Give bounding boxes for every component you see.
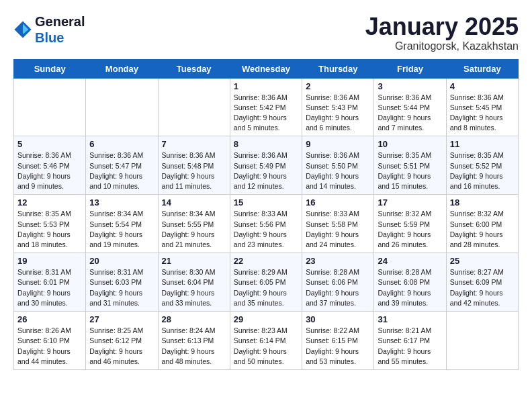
day-number: 7 bbox=[162, 139, 226, 149]
calendar-week-5: 26Sunrise: 8:26 AM Sunset: 6:10 PM Dayli… bbox=[14, 312, 519, 370]
calendar-week-2: 5Sunrise: 8:36 AM Sunset: 5:46 PM Daylig… bbox=[14, 136, 519, 195]
calendar-cell bbox=[446, 312, 518, 370]
calendar-cell: 19Sunrise: 8:31 AM Sunset: 6:01 PM Dayli… bbox=[14, 253, 86, 312]
day-detail: Sunrise: 8:35 AM Sunset: 5:53 PM Dayligh… bbox=[17, 209, 82, 250]
weekday-header-wednesday: Wednesday bbox=[230, 59, 302, 78]
logo-text: General Blue bbox=[35, 13, 85, 46]
day-detail: Sunrise: 8:22 AM Sunset: 6:15 PM Dayligh… bbox=[306, 326, 370, 367]
day-number: 16 bbox=[306, 197, 370, 208]
calendar-cell: 26Sunrise: 8:26 AM Sunset: 6:10 PM Dayli… bbox=[14, 312, 86, 370]
calendar-cell: 3Sunrise: 8:36 AM Sunset: 5:44 PM Daylig… bbox=[374, 78, 446, 136]
calendar-cell bbox=[14, 78, 86, 136]
calendar-cell: 20Sunrise: 8:31 AM Sunset: 6:03 PM Dayli… bbox=[86, 253, 158, 312]
day-number: 21 bbox=[162, 256, 226, 266]
day-detail: Sunrise: 8:33 AM Sunset: 5:56 PM Dayligh… bbox=[234, 209, 298, 250]
logo-blue: Blue bbox=[35, 30, 64, 45]
calendar-cell: 1Sunrise: 8:36 AM Sunset: 5:42 PM Daylig… bbox=[230, 78, 302, 136]
logo-general: General bbox=[35, 14, 85, 29]
month-title: January 2025 bbox=[365, 13, 519, 40]
calendar-cell: 28Sunrise: 8:24 AM Sunset: 6:13 PM Dayli… bbox=[158, 312, 230, 370]
weekday-header-row: SundayMondayTuesdayWednesdayThursdayFrid… bbox=[14, 59, 519, 78]
calendar-week-1: 1Sunrise: 8:36 AM Sunset: 5:42 PM Daylig… bbox=[14, 78, 519, 136]
weekday-header-tuesday: Tuesday bbox=[158, 59, 230, 78]
day-number: 29 bbox=[234, 314, 298, 324]
day-detail: Sunrise: 8:36 AM Sunset: 5:44 PM Dayligh… bbox=[378, 93, 442, 134]
logo: General Blue bbox=[13, 13, 85, 46]
calendar-cell: 29Sunrise: 8:23 AM Sunset: 6:14 PM Dayli… bbox=[230, 312, 302, 370]
day-number: 3 bbox=[378, 81, 442, 91]
calendar-cell: 14Sunrise: 8:34 AM Sunset: 5:55 PM Dayli… bbox=[158, 195, 230, 253]
calendar-cell: 21Sunrise: 8:30 AM Sunset: 6:04 PM Dayli… bbox=[158, 253, 230, 312]
title-block: January 2025 Granitogorsk, Kazakhstan bbox=[365, 13, 519, 52]
calendar-cell: 10Sunrise: 8:35 AM Sunset: 5:51 PM Dayli… bbox=[374, 136, 446, 195]
day-number: 9 bbox=[306, 139, 370, 149]
calendar-cell: 16Sunrise: 8:33 AM Sunset: 5:58 PM Dayli… bbox=[302, 195, 374, 253]
day-number: 10 bbox=[378, 139, 442, 149]
day-detail: Sunrise: 8:35 AM Sunset: 5:51 PM Dayligh… bbox=[378, 150, 442, 191]
calendar-cell: 12Sunrise: 8:35 AM Sunset: 5:53 PM Dayli… bbox=[14, 195, 86, 253]
page-header: General Blue January 2025 Granitogorsk, … bbox=[13, 13, 519, 52]
calendar-cell: 25Sunrise: 8:27 AM Sunset: 6:09 PM Dayli… bbox=[446, 253, 518, 312]
day-detail: Sunrise: 8:32 AM Sunset: 6:00 PM Dayligh… bbox=[450, 209, 515, 250]
calendar-cell bbox=[158, 78, 230, 136]
day-number: 6 bbox=[89, 139, 154, 149]
day-number: 25 bbox=[450, 256, 515, 266]
day-number: 31 bbox=[378, 314, 442, 324]
calendar-week-4: 19Sunrise: 8:31 AM Sunset: 6:01 PM Dayli… bbox=[14, 253, 519, 312]
day-number: 14 bbox=[162, 197, 226, 208]
day-detail: Sunrise: 8:32 AM Sunset: 5:59 PM Dayligh… bbox=[378, 209, 442, 250]
calendar-cell: 30Sunrise: 8:22 AM Sunset: 6:15 PM Dayli… bbox=[302, 312, 374, 370]
day-number: 4 bbox=[450, 81, 515, 91]
day-detail: Sunrise: 8:21 AM Sunset: 6:17 PM Dayligh… bbox=[378, 326, 442, 367]
calendar-cell: 27Sunrise: 8:25 AM Sunset: 6:12 PM Dayli… bbox=[86, 312, 158, 370]
day-detail: Sunrise: 8:36 AM Sunset: 5:49 PM Dayligh… bbox=[234, 150, 298, 191]
calendar-cell bbox=[86, 78, 158, 136]
location: Granitogorsk, Kazakhstan bbox=[365, 40, 519, 52]
day-number: 20 bbox=[89, 256, 154, 266]
day-detail: Sunrise: 8:36 AM Sunset: 5:42 PM Dayligh… bbox=[234, 93, 298, 134]
day-detail: Sunrise: 8:25 AM Sunset: 6:12 PM Dayligh… bbox=[89, 326, 154, 367]
weekday-header-sunday: Sunday bbox=[14, 59, 86, 78]
day-number: 22 bbox=[234, 256, 298, 266]
day-number: 23 bbox=[306, 256, 370, 266]
day-detail: Sunrise: 8:33 AM Sunset: 5:58 PM Dayligh… bbox=[306, 209, 370, 250]
weekday-header-thursday: Thursday bbox=[302, 59, 374, 78]
day-number: 13 bbox=[89, 197, 154, 208]
calendar-cell: 31Sunrise: 8:21 AM Sunset: 6:17 PM Dayli… bbox=[374, 312, 446, 370]
day-detail: Sunrise: 8:26 AM Sunset: 6:10 PM Dayligh… bbox=[17, 326, 82, 367]
day-detail: Sunrise: 8:34 AM Sunset: 5:54 PM Dayligh… bbox=[89, 209, 154, 250]
day-number: 5 bbox=[17, 139, 82, 149]
day-number: 24 bbox=[378, 256, 442, 266]
day-number: 12 bbox=[17, 197, 82, 208]
calendar-cell: 23Sunrise: 8:28 AM Sunset: 6:06 PM Dayli… bbox=[302, 253, 374, 312]
day-detail: Sunrise: 8:31 AM Sunset: 6:03 PM Dayligh… bbox=[89, 267, 154, 308]
day-number: 19 bbox=[17, 256, 82, 266]
day-detail: Sunrise: 8:36 AM Sunset: 5:45 PM Dayligh… bbox=[450, 93, 515, 134]
day-detail: Sunrise: 8:28 AM Sunset: 6:06 PM Dayligh… bbox=[306, 267, 370, 308]
calendar-cell: 22Sunrise: 8:29 AM Sunset: 6:05 PM Dayli… bbox=[230, 253, 302, 312]
day-detail: Sunrise: 8:36 AM Sunset: 5:43 PM Dayligh… bbox=[306, 93, 370, 134]
calendar-cell: 17Sunrise: 8:32 AM Sunset: 5:59 PM Dayli… bbox=[374, 195, 446, 253]
calendar-cell: 24Sunrise: 8:28 AM Sunset: 6:08 PM Dayli… bbox=[374, 253, 446, 312]
day-detail: Sunrise: 8:36 AM Sunset: 5:50 PM Dayligh… bbox=[306, 150, 370, 191]
day-number: 27 bbox=[89, 314, 154, 324]
day-number: 18 bbox=[450, 197, 515, 208]
calendar-cell: 13Sunrise: 8:34 AM Sunset: 5:54 PM Dayli… bbox=[86, 195, 158, 253]
day-number: 26 bbox=[17, 314, 82, 324]
day-detail: Sunrise: 8:36 AM Sunset: 5:48 PM Dayligh… bbox=[162, 150, 226, 191]
day-detail: Sunrise: 8:35 AM Sunset: 5:52 PM Dayligh… bbox=[450, 150, 515, 191]
day-number: 28 bbox=[162, 314, 226, 324]
calendar-cell: 5Sunrise: 8:36 AM Sunset: 5:46 PM Daylig… bbox=[14, 136, 86, 195]
day-detail: Sunrise: 8:29 AM Sunset: 6:05 PM Dayligh… bbox=[234, 267, 298, 308]
calendar-cell: 11Sunrise: 8:35 AM Sunset: 5:52 PM Dayli… bbox=[446, 136, 518, 195]
logo-icon bbox=[13, 20, 32, 39]
day-number: 15 bbox=[234, 197, 298, 208]
day-number: 11 bbox=[450, 139, 515, 149]
calendar-cell: 9Sunrise: 8:36 AM Sunset: 5:50 PM Daylig… bbox=[302, 136, 374, 195]
weekday-header-monday: Monday bbox=[86, 59, 158, 78]
day-number: 8 bbox=[234, 139, 298, 149]
day-number: 2 bbox=[306, 81, 370, 91]
calendar-cell: 18Sunrise: 8:32 AM Sunset: 6:00 PM Dayli… bbox=[446, 195, 518, 253]
day-detail: Sunrise: 8:27 AM Sunset: 6:09 PM Dayligh… bbox=[450, 267, 515, 308]
day-detail: Sunrise: 8:28 AM Sunset: 6:08 PM Dayligh… bbox=[378, 267, 442, 308]
